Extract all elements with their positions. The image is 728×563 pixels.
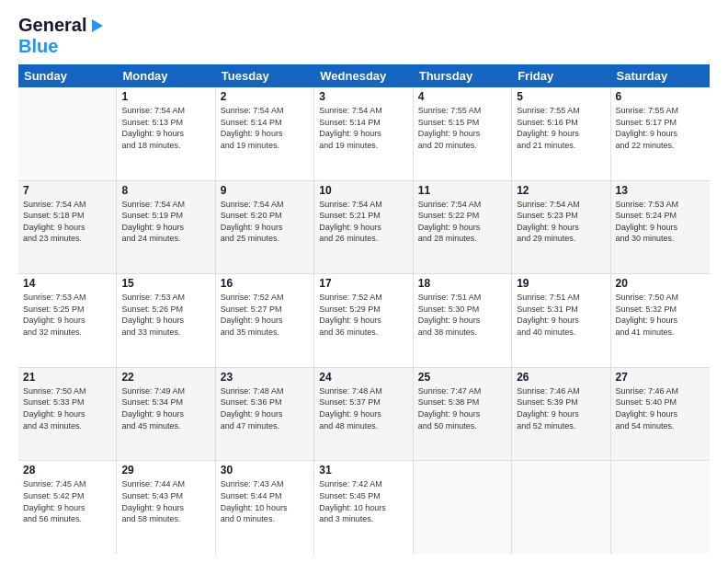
day-info-line: and 24 minutes.	[121, 233, 210, 245]
day-cell-25: 25Sunrise: 7:47 AMSunset: 5:38 PMDayligh…	[414, 368, 512, 461]
day-info-line: Daylight: 9 hours	[418, 128, 506, 140]
day-cell-19: 19Sunrise: 7:51 AMSunset: 5:31 PMDayligh…	[512, 274, 610, 367]
day-info-line: Sunrise: 7:52 AM	[221, 292, 309, 304]
day-number: 3	[319, 90, 407, 103]
day-info-line: Daylight: 10 hours	[319, 502, 407, 514]
day-info-line: Sunset: 5:40 PM	[616, 396, 705, 408]
day-cell-4: 4Sunrise: 7:55 AMSunset: 5:15 PMDaylight…	[414, 87, 512, 180]
day-number: 8	[121, 184, 210, 197]
day-number: 28	[23, 464, 111, 477]
day-info-line: Daylight: 10 hours	[221, 502, 309, 514]
day-info-line: Sunset: 5:25 PM	[23, 304, 111, 316]
day-info-line: and 48 minutes.	[319, 420, 407, 432]
calendar-body: 1Sunrise: 7:54 AMSunset: 5:13 PMDaylight…	[18, 87, 710, 554]
day-number: 15	[121, 277, 210, 290]
day-number: 27	[616, 371, 705, 384]
day-info-line: and 40 minutes.	[517, 327, 605, 339]
day-number: 14	[23, 277, 111, 290]
day-info-line: Sunset: 5:17 PM	[616, 117, 705, 129]
day-cell-18: 18Sunrise: 7:51 AMSunset: 5:30 PMDayligh…	[414, 274, 512, 367]
day-info-line: Daylight: 9 hours	[517, 408, 605, 420]
day-info-line: and 25 minutes.	[221, 233, 309, 245]
day-cell-14: 14Sunrise: 7:53 AMSunset: 5:25 PMDayligh…	[18, 274, 117, 367]
day-number: 25	[418, 371, 506, 384]
day-number: 18	[418, 277, 506, 290]
day-cell-24: 24Sunrise: 7:48 AMSunset: 5:37 PMDayligh…	[314, 368, 413, 461]
day-cell-26: 26Sunrise: 7:46 AMSunset: 5:39 PMDayligh…	[512, 368, 610, 461]
day-info-line: Sunrise: 7:55 AM	[418, 105, 506, 117]
day-info-line: Sunrise: 7:54 AM	[319, 105, 407, 117]
day-info-line: Sunset: 5:30 PM	[418, 304, 506, 316]
day-info-line: Sunrise: 7:54 AM	[23, 199, 111, 211]
day-info-line: Sunset: 5:14 PM	[221, 117, 309, 129]
day-info-line: and 32 minutes.	[23, 327, 111, 339]
day-info-line: Daylight: 9 hours	[121, 128, 210, 140]
day-number: 1	[121, 90, 210, 103]
day-cell-16: 16Sunrise: 7:52 AMSunset: 5:27 PMDayligh…	[216, 274, 314, 367]
day-info-line: Daylight: 9 hours	[23, 315, 111, 327]
day-info-line: Sunset: 5:16 PM	[517, 117, 605, 129]
day-info-line: Daylight: 9 hours	[319, 222, 407, 234]
day-info-line: Sunrise: 7:52 AM	[319, 292, 407, 304]
day-info-line: and 33 minutes.	[121, 327, 210, 339]
day-info-line: and 41 minutes.	[616, 327, 705, 339]
day-info-line: and 19 minutes.	[221, 140, 309, 152]
header-day-sunday: Sunday	[18, 64, 117, 87]
day-cell-8: 8Sunrise: 7:54 AMSunset: 5:19 PMDaylight…	[117, 181, 215, 274]
day-info-line: Sunrise: 7:55 AM	[517, 105, 605, 117]
day-info-line: Sunset: 5:43 PM	[121, 490, 210, 502]
day-info-line: Sunrise: 7:54 AM	[517, 199, 605, 211]
day-info-line: Daylight: 9 hours	[319, 315, 407, 327]
day-cell-30: 30Sunrise: 7:43 AMSunset: 5:44 PMDayligh…	[216, 461, 314, 554]
day-number: 19	[517, 277, 605, 290]
logo-arrow-icon	[88, 17, 105, 34]
day-info-line: Daylight: 9 hours	[221, 128, 309, 140]
day-info-line: Daylight: 9 hours	[319, 128, 407, 140]
day-info-line: Sunset: 5:21 PM	[319, 210, 407, 222]
day-info-line: Sunset: 5:13 PM	[121, 117, 210, 129]
day-info-line: Daylight: 9 hours	[23, 502, 111, 514]
day-number: 22	[121, 371, 210, 384]
calendar-row-5: 28Sunrise: 7:45 AMSunset: 5:42 PMDayligh…	[18, 461, 710, 554]
day-cell-29: 29Sunrise: 7:44 AMSunset: 5:43 PMDayligh…	[117, 461, 215, 554]
day-number: 10	[319, 184, 407, 197]
day-cell-20: 20Sunrise: 7:50 AMSunset: 5:32 PMDayligh…	[611, 274, 710, 367]
day-number: 12	[517, 184, 605, 197]
day-info-line: and 54 minutes.	[616, 420, 705, 432]
logo-blue: Blue	[18, 36, 58, 57]
day-info-line: Sunrise: 7:44 AM	[121, 478, 210, 490]
day-info-line: Sunrise: 7:49 AM	[121, 385, 210, 397]
day-info-line: Sunset: 5:23 PM	[517, 210, 605, 222]
day-number: 23	[221, 371, 309, 384]
day-info-line: and 0 minutes.	[221, 513, 309, 525]
day-info-line: Daylight: 9 hours	[23, 408, 111, 420]
day-cell-28: 28Sunrise: 7:45 AMSunset: 5:42 PMDayligh…	[18, 461, 117, 554]
header-day-saturday: Saturday	[611, 64, 710, 87]
day-info-line: and 30 minutes.	[616, 233, 705, 245]
empty-cell-0-0	[18, 87, 117, 180]
day-info-line: Sunrise: 7:50 AM	[616, 292, 705, 304]
day-info-line: Daylight: 9 hours	[121, 502, 210, 514]
day-cell-5: 5Sunrise: 7:55 AMSunset: 5:16 PMDaylight…	[512, 87, 610, 180]
day-info-line: and 35 minutes.	[221, 327, 309, 339]
day-cell-9: 9Sunrise: 7:54 AMSunset: 5:20 PMDaylight…	[216, 181, 314, 274]
day-cell-21: 21Sunrise: 7:50 AMSunset: 5:33 PMDayligh…	[18, 368, 117, 461]
day-number: 4	[418, 90, 506, 103]
calendar-row-2: 7Sunrise: 7:54 AMSunset: 5:18 PMDaylight…	[18, 181, 710, 275]
day-info-line: Daylight: 9 hours	[517, 128, 605, 140]
day-cell-10: 10Sunrise: 7:54 AMSunset: 5:21 PMDayligh…	[314, 181, 413, 274]
day-cell-22: 22Sunrise: 7:49 AMSunset: 5:34 PMDayligh…	[117, 368, 215, 461]
day-info-line: Sunset: 5:31 PM	[517, 304, 605, 316]
day-info-line: and 47 minutes.	[221, 420, 309, 432]
day-info-line: Sunrise: 7:47 AM	[418, 385, 506, 397]
day-info-line: and 52 minutes.	[517, 420, 605, 432]
day-info-line: and 20 minutes.	[418, 140, 506, 152]
day-info-line: and 36 minutes.	[319, 327, 407, 339]
day-info-line: Sunset: 5:15 PM	[418, 117, 506, 129]
day-number: 21	[23, 371, 111, 384]
header-day-monday: Monday	[117, 64, 215, 87]
day-info-line: and 58 minutes.	[121, 513, 210, 525]
day-cell-2: 2Sunrise: 7:54 AMSunset: 5:14 PMDaylight…	[216, 87, 314, 180]
day-info-line: Sunset: 5:45 PM	[319, 490, 407, 502]
day-info-line: and 28 minutes.	[418, 233, 506, 245]
